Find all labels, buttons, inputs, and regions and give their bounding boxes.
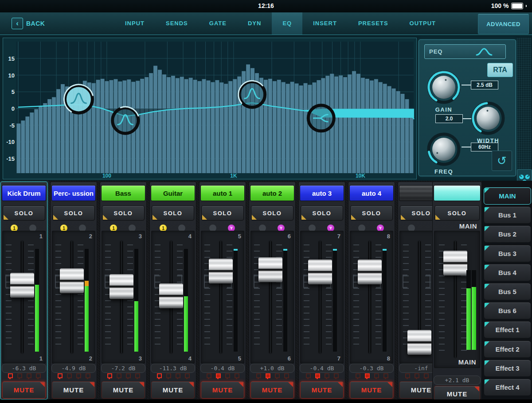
db-readout[interactable]: -0.4 dB (200, 364, 245, 373)
eq-handle-band-4[interactable] (308, 105, 334, 131)
main-db-readout[interactable]: +2.1 dB (434, 376, 481, 385)
channel-name-plate[interactable]: auto 1 (200, 185, 245, 201)
tab-insert[interactable]: INSERT (302, 12, 348, 35)
channel-name-plate[interactable]: auto 3 (300, 185, 344, 201)
db-readout[interactable]: -0.4 dB (300, 364, 344, 373)
fader-panel: 77 (300, 231, 344, 364)
gain-value-connector (462, 85, 471, 85)
fader[interactable] (308, 260, 332, 284)
rta-button[interactable]: RTA (487, 63, 513, 77)
mute-group-indicators (51, 373, 97, 381)
tab-sends[interactable]: SENDS (155, 12, 199, 35)
freq-value[interactable]: 60Hz (471, 143, 498, 151)
mute-button[interactable]: MUTE (201, 381, 244, 399)
sidebar-bus-bus-4[interactable]: Bus 4 (484, 264, 531, 281)
solo-button[interactable]: SOLO (301, 205, 343, 221)
freq-knob[interactable] (427, 132, 461, 166)
channel-name-plate[interactable]: Bass (101, 185, 145, 201)
channel-name-plate[interactable]: Guitar (151, 185, 195, 201)
eq-handle-band-2[interactable] (113, 107, 138, 133)
eq-type-selector[interactable]: PEQ (424, 44, 506, 59)
fader[interactable] (10, 273, 34, 298)
eq-control-panel: PEQ RTA GAIN 2.5 dB (419, 39, 516, 176)
db-readout[interactable]: +1.0 dB (250, 364, 294, 373)
db-readout[interactable]: -11.3 dB (151, 364, 195, 373)
sidebar-bus-bus-2[interactable]: Bus 2 (484, 225, 531, 243)
mute-button[interactable]: MUTE (250, 381, 294, 399)
tab-input[interactable]: INPUT (114, 12, 155, 35)
fader[interactable] (60, 268, 84, 293)
width-knob[interactable] (471, 101, 505, 135)
fader[interactable] (407, 330, 431, 355)
solo-button[interactable]: SOLO (251, 205, 293, 221)
solo-button[interactable]: SOLO (400, 205, 432, 221)
channel-number-bottom: 4 (188, 355, 192, 362)
channel-number-bottom: 8 (387, 355, 390, 362)
tab-output[interactable]: OUTPUT (399, 12, 446, 35)
meter-fill (134, 301, 138, 352)
gain-knob[interactable] (427, 70, 461, 104)
mute-button[interactable]: MUTE (52, 381, 95, 399)
solo-button[interactable]: SOLO (350, 205, 393, 221)
advanced-button[interactable]: ADVANCED (478, 14, 529, 34)
tab-gate[interactable]: GATE (199, 12, 237, 35)
mute-button[interactable]: MUTE (151, 381, 195, 399)
solo-button[interactable]: SOLO (201, 205, 244, 221)
level-meter (35, 249, 39, 352)
fader[interactable] (159, 283, 183, 308)
tab-presets[interactable]: PRESETS (348, 12, 399, 35)
mute-group-indicators (299, 373, 345, 381)
db-readout[interactable]: -6.3 dB (2, 364, 46, 373)
channel-name-plate[interactable]: Perc- ussion (51, 185, 96, 201)
sidebar-bus-bus-6[interactable]: Bus 6 (484, 302, 531, 319)
sidebar-bus-effect-2[interactable]: Effect 2 (484, 341, 531, 358)
channel-name-plate[interactable] (399, 185, 432, 201)
channel-strip-6: auto 2SOLOY66+1.0 dBMUTE (249, 182, 296, 399)
back-label: BACK (26, 20, 45, 27)
db-readout[interactable]: -0.3 dB (349, 364, 394, 373)
db-readout[interactable]: -7.2 dB (101, 364, 145, 373)
main-label-plate[interactable] (434, 185, 481, 201)
channel-name-plate[interactable]: Kick Drum (2, 185, 46, 201)
mute-button[interactable]: MUTE (102, 381, 145, 399)
mute-button[interactable]: MUTE (300, 381, 344, 399)
reset-button[interactable]: ↺ (492, 151, 512, 171)
mute-button[interactable]: MUTE (2, 381, 46, 399)
sidebar-bus-effect-1[interactable]: Effect 1 (484, 321, 531, 338)
fader[interactable] (258, 257, 282, 282)
sidebar-bus-effect-4[interactable]: Effect 4 (484, 379, 531, 396)
channel-name-plate[interactable]: auto 2 (250, 185, 294, 201)
gain-value[interactable]: 2.5 dB (471, 81, 498, 89)
main-solo-button[interactable]: SOLO (434, 205, 480, 221)
mute-button[interactable]: MUTE (399, 381, 432, 399)
fader[interactable] (110, 274, 133, 299)
tab-dyn[interactable]: DYN (237, 12, 272, 35)
solo-button[interactable]: SOLO (52, 205, 95, 221)
solo-button[interactable]: SOLO (102, 205, 145, 221)
eq-handle-band-3[interactable] (239, 81, 265, 107)
sidebar-bus-bus-1[interactable]: Bus 1 (484, 206, 531, 224)
back-button[interactable]: ‹ BACK (12, 18, 45, 29)
fader[interactable] (358, 260, 382, 284)
solo-button[interactable]: SOLO (3, 205, 45, 221)
channel-number-top: 8 (387, 233, 390, 240)
db-readout[interactable]: -inf (399, 364, 432, 373)
sidebar-bus-bus-3[interactable]: Bus 3 (484, 245, 531, 262)
eq-graph[interactable]: 151050-5-10-151001K10K (3, 38, 417, 179)
tab-eq[interactable]: EQ (272, 12, 302, 35)
sidebar-bus-main[interactable]: MAIN (484, 187, 531, 205)
mute-button[interactable]: MUTE (350, 381, 393, 399)
level-meter (234, 249, 238, 352)
sidebar-bus-bus-5[interactable]: Bus 5 (484, 283, 531, 300)
width-value[interactable]: 2.0 (435, 114, 463, 123)
fader[interactable] (209, 259, 233, 283)
mute-group-indicators (249, 373, 295, 381)
freq-label: FREQ (424, 168, 464, 175)
main-fader[interactable] (443, 251, 467, 275)
sidebar-bus-effect-3[interactable]: Effect 3 (484, 360, 531, 377)
channel-name-plate[interactable]: auto 4 (349, 185, 394, 201)
db-readout[interactable]: -4.9 dB (51, 364, 96, 373)
solo-button[interactable]: SOLO (152, 205, 194, 221)
eq-handle-band-1[interactable] (64, 85, 93, 113)
mute-group-indicators (1, 373, 47, 381)
